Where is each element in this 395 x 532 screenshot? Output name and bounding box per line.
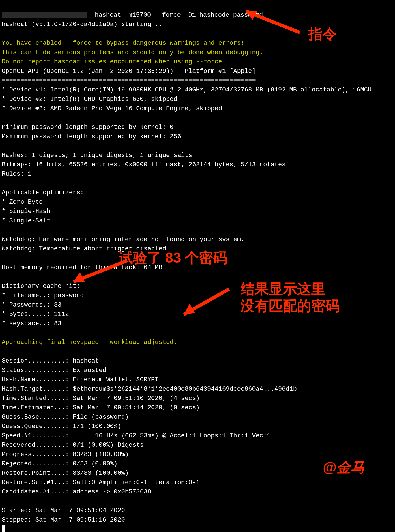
started-line: Started: Sat Mar 7 09:51:04 2020 xyxy=(2,507,125,514)
status-recovered: Recovered........: 0/1 (0.00%) Digests xyxy=(2,442,144,449)
force-warning-3: Do not report hashcat issues encountered… xyxy=(2,58,226,65)
optimizers-header: Applicable optimizers: xyxy=(2,189,84,196)
status-rejected: Rejected.........: 0/83 (0.00%) xyxy=(2,460,117,467)
host-memory-line: Host memory required for this attack: 64… xyxy=(2,264,162,271)
status-status: Status...........: Exhausted xyxy=(2,367,106,374)
approaching-keyspace: Approaching final keyspace - workload ad… xyxy=(2,339,177,346)
dict-keyspace: * Keyspace..: 83 xyxy=(2,320,61,327)
watchdog-1: Watchdog: Hardware monitoring interface … xyxy=(2,236,244,243)
terminal-output: hashcat -m15700 --force -D1 hashcode pas… xyxy=(0,0,395,532)
device-1: * Device #1: Intel(R) Core(TM) i9-9980HK… xyxy=(2,86,372,93)
optimizer-zero-byte: * Zero-Byte xyxy=(2,199,43,206)
hashcat-starting: hashcat (v5.1.0-1726-ga4db1a0a) starting… xyxy=(2,21,162,28)
rules-line: Rules: 1 xyxy=(2,171,32,178)
dict-passwords: * Passwords.: 83 xyxy=(2,301,61,308)
status-speed: Speed.#1.........: 16 H/s (662.53ms) @ A… xyxy=(2,432,271,439)
device-3: * Device #3: AMD Radeon Pro Vega 16 Comp… xyxy=(2,105,222,112)
force-warning-2: This can hide serious problems and shoul… xyxy=(2,49,263,56)
optimizer-single-salt: * Single-Salt xyxy=(2,217,50,224)
force-warning-1: You have enabled --force to bypass dange… xyxy=(2,40,244,47)
status-guess-base: Guess.Base.......: File (password) xyxy=(2,414,129,421)
status-hash-name: Hash.Name........: Ethereum Wallet, SCRY… xyxy=(2,376,159,383)
max-password-length: Maximum password length supported by ker… xyxy=(2,133,181,140)
terminal-cursor xyxy=(2,525,5,532)
divider-line: ========================================… xyxy=(2,77,256,84)
command-line: hashcat -m15700 --force -D1 hashcode pas… xyxy=(91,12,263,19)
status-time-started: Time.Started.....: Sat Mar 7 09:51:10 20… xyxy=(2,395,200,402)
dict-filename: * Filename..: password xyxy=(2,292,84,299)
status-guess-queue: Guess.Queue......: 1/1 (100.00%) xyxy=(2,423,121,430)
status-hash-target: Hash.Target......: $ethereum$s*262144*8*… xyxy=(2,386,297,393)
status-candidates: Candidates.#1....: address -> 0x0b573638 xyxy=(2,488,151,495)
bitmaps-line: Bitmaps: 16 bits, 65536 entries, 0x0000f… xyxy=(2,161,285,168)
dictionary-cache-header: Dictionary cache hit: xyxy=(2,283,80,290)
watchdog-2: Watchdog: Temperature abort trigger disa… xyxy=(2,245,170,252)
status-restore-sub: Restore.Sub.#1...: Salt:0 Amplifier:0-1 … xyxy=(2,479,200,486)
optimizer-single-hash: * Single-Hash xyxy=(2,208,50,215)
device-2: * Device #2: Intel(R) UHD Graphics 630, … xyxy=(2,96,177,103)
stopped-line: Stopped: Sat Mar 7 09:51:16 2020 xyxy=(2,516,125,524)
status-time-estimated: Time.Estimated...: Sat Mar 7 09:51:14 20… xyxy=(2,404,200,411)
min-password-length: Minimum password length supported by ker… xyxy=(2,124,173,131)
redacted-prompt xyxy=(2,12,87,18)
opencl-api-line: OpenCL API (OpenCL 1.2 (Jan 2 2020 17:35… xyxy=(2,68,256,75)
status-progress: Progress.........: 83/83 (100.00%) xyxy=(2,451,129,458)
hashes-line: Hashes: 1 digests; 1 unique digests, 1 u… xyxy=(2,152,192,159)
status-restore-point: Restore.Point....: 83/83 (100.00%) xyxy=(2,470,129,477)
dict-bytes: * Bytes.....: 1112 xyxy=(2,311,69,318)
status-session: Session..........: hashcat xyxy=(2,357,99,365)
